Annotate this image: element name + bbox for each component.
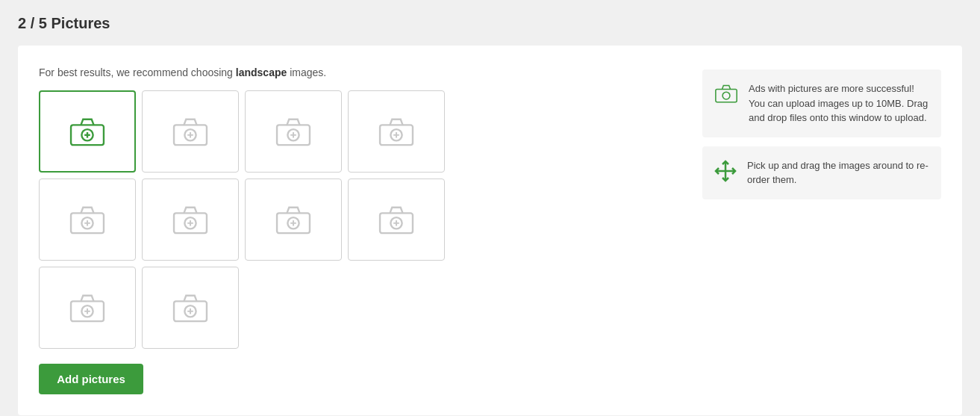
image-slot-9[interactable] <box>39 267 136 349</box>
main-card: For best results, we recommend choosing … <box>18 46 962 415</box>
svg-rect-40 <box>716 89 737 102</box>
tip-text-upload: Ads with pictures are more successful! Y… <box>749 81 929 125</box>
svg-point-41 <box>722 92 730 99</box>
image-slot-6[interactable] <box>142 178 239 261</box>
tip-card-upload: Ads with pictures are more successful! Y… <box>702 69 941 137</box>
image-grid <box>39 90 684 349</box>
right-section: Ads with pictures are more successful! Y… <box>702 69 941 394</box>
drag-tip-icon <box>714 160 737 184</box>
left-section: For best results, we recommend choosing … <box>39 66 684 394</box>
image-slot-2[interactable] <box>142 90 239 173</box>
image-slot-4[interactable] <box>348 90 445 173</box>
page-title: 2 / 5 Pictures <box>18 15 962 32</box>
image-slot-1[interactable] <box>39 90 136 173</box>
tip-text-reorder: Pick up and drag the images around to re… <box>747 158 929 187</box>
image-slot-3[interactable] <box>245 90 342 173</box>
image-slot-10[interactable] <box>142 267 239 349</box>
camera-tip-icon <box>714 83 738 106</box>
tip-card-reorder: Pick up and drag the images around to re… <box>702 146 941 199</box>
hint-text: For best results, we recommend choosing … <box>39 66 684 78</box>
add-pictures-button[interactable]: Add pictures <box>39 364 143 394</box>
image-slot-8[interactable] <box>348 178 445 261</box>
image-slot-7[interactable] <box>245 178 342 261</box>
image-slot-5[interactable] <box>39 178 136 261</box>
